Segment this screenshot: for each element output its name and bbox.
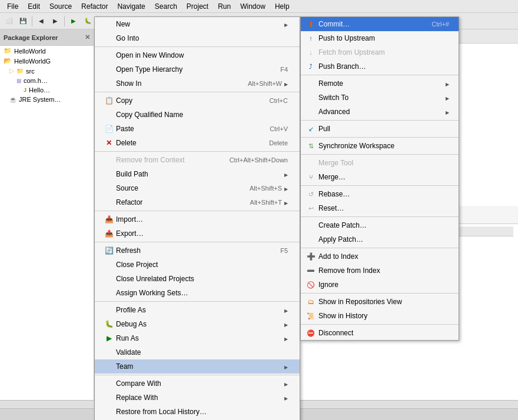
toolbar-sep1 [32,16,32,26]
compare-icon [104,379,114,388]
ctx-open-new-window[interactable]: Open in New Window [95,48,300,62]
ctx-sep2 [95,92,300,92]
ctx-replace-with[interactable]: Replace With [95,391,300,405]
ctx-run-as[interactable]: ▶ Run As [95,331,300,345]
ctx-import[interactable]: 📥 Import… [95,212,300,226]
sub-apply-patch[interactable]: Apply Patch… [301,232,459,246]
ctx-compare-with[interactable]: Compare With [95,376,300,391]
push-branch-icon: ⤴ [306,62,316,71]
sub-add-index[interactable]: ➕ Add to Index [301,249,459,264]
menu-window[interactable]: Window [235,1,270,12]
toolbar-save[interactable]: 💾 [16,15,29,28]
sub-push-branch[interactable]: ⤴ Push Branch… [301,59,459,74]
ctx-show-in[interactable]: Show In Alt+Shift+W [95,76,300,91]
ctx-export[interactable]: 📤 Export… [95,226,300,241]
menu-source[interactable]: Source [45,1,77,12]
team-arrow [284,364,288,370]
tree-item-jre[interactable]: ☕ JRE System… [0,95,94,104]
working-sets-icon [104,288,114,298]
menu-run[interactable]: Run [213,1,235,12]
sub-reset[interactable]: ↩ Reset… [301,201,459,215]
toolbar-back[interactable]: ◀ [35,15,48,28]
sub-rebase[interactable]: ↺ Rebase… [301,187,459,201]
profile-arrow [284,307,288,314]
build-path-icon [104,169,114,179]
ctx-validate[interactable]: Validate [95,345,300,359]
build-path-arrow [284,171,288,178]
ctx-debug-as[interactable]: 🐛 Debug As [95,317,300,331]
sub-synchronize[interactable]: ⇅ Synchronize Workspace [301,139,459,153]
menu-project[interactable]: Project [182,1,213,12]
package-explorer-close[interactable]: ✕ [85,34,90,41]
ctx-delete[interactable]: ✕ Delete Delete [95,136,300,150]
tree-item-package[interactable]: ⊞ com.h… [0,76,94,85]
ctx-sep6 [95,301,300,302]
sub-switch-to[interactable]: Switch To [301,91,459,105]
package-explorer-header: Package Explorer ✕ [0,29,94,46]
package-explorer-title: Package Explorer [4,34,58,41]
sub-advanced[interactable]: Advanced [301,105,459,119]
package-icon: ⊞ [16,78,21,84]
context-menu: New Go Into Open in New Window Open Type… [94,16,300,420]
tree-item-src[interactable]: ▷ 📁 src [0,66,94,76]
ctx-close-project[interactable]: Close Project [95,258,300,272]
copy-qualified-icon [104,110,114,119]
toolbar-run[interactable]: ▶ [67,15,80,28]
sub-commit[interactable]: ⬆ Commit… Ctrl+# [301,17,459,31]
tree-item-java[interactable]: J Hello… [0,85,94,95]
ctx-source[interactable]: Source Alt+Shift+S [95,181,300,195]
replace-icon [104,393,114,402]
sub-remove-index[interactable]: ➖ Remove from Index [301,264,459,278]
sub-merge[interactable]: ⑂ Merge… [301,170,459,184]
show-in-icon [104,79,114,88]
ctx-paste[interactable]: 📄 Paste Ctrl+V [95,122,300,136]
sub-show-history[interactable]: 📜 Show in History [301,309,459,323]
debug-arrow [284,321,288,328]
ctx-open-type-hierarchy[interactable]: Open Type Hierarchy F4 [95,62,300,76]
menu-bar: File Edit Source Refactor Navigate Searc… [0,0,518,13]
ctx-go-into[interactable]: Go Into [95,31,300,45]
toolbar-forward[interactable]: ▶ [49,15,62,28]
sub-sep1 [301,75,459,75]
sub-sep2b [301,137,459,138]
sub-sep8 [301,324,459,325]
rebase-icon: ↺ [306,189,316,199]
profile-icon [104,305,114,315]
toolbar-debug[interactable]: 🐛 [81,15,94,28]
menu-help[interactable]: Help [270,1,294,12]
ctx-profile-as[interactable]: Profile As [95,303,300,317]
ctx-assign-working-sets[interactable]: Assign Working Sets… [95,286,300,300]
tree-item-helloworldg[interactable]: 📂 HelloWorldG [0,56,94,66]
menu-search[interactable]: Search [150,1,182,12]
toolbar-new[interactable]: ⬜ [2,15,15,28]
sub-disconnect[interactable]: ⛔ Disconnect [301,326,459,340]
menu-file[interactable]: File [2,1,23,12]
team-icon [104,362,114,371]
menu-edit[interactable]: Edit [23,1,45,12]
ctx-refresh[interactable]: 🔄 Refresh F5 [95,244,300,258]
close-project-icon [104,260,114,269]
sub-pull[interactable]: ↙ Pull [301,122,459,136]
ctx-close-unrelated[interactable]: Close Unrelated Projects [95,272,300,286]
advanced-arrow [446,109,449,115]
ctx-new[interactable]: New [95,17,300,31]
sub-push-upstream[interactable]: ↑ Push to Upstream [301,31,459,45]
package-explorer-panel: Package Explorer ✕ 📁 HelloWorld 📂 HelloW… [0,29,94,420]
ctx-team[interactable]: Team [95,359,300,374]
tree-item-helloworld[interactable]: 📁 HelloWorld [0,46,94,56]
sub-ignore[interactable]: 🚫 Ignore [301,278,459,292]
menu-navigate[interactable]: Navigate [112,1,150,12]
ctx-restore-local[interactable]: Restore from Local History… [95,405,300,419]
sub-create-patch[interactable]: Create Patch… [301,218,459,232]
menu-refactor[interactable]: Refactor [77,1,112,12]
ctx-copy[interactable]: 📋 Copy Ctrl+C [95,94,300,108]
run-arrow [284,335,288,342]
debug-icon: 🐛 [104,319,114,329]
sub-remote[interactable]: Remote [301,76,459,91]
ctx-build-path[interactable]: Build Path [95,167,300,181]
sub-show-repositories[interactable]: 🗂 Show in Repositories View [301,295,459,309]
go-into-icon [104,34,114,43]
disconnect-icon: ⛔ [306,328,316,338]
ctx-refactor[interactable]: Refactor Alt+Shift+T [95,195,300,209]
ctx-copy-qualified[interactable]: Copy Qualified Name [95,108,300,122]
